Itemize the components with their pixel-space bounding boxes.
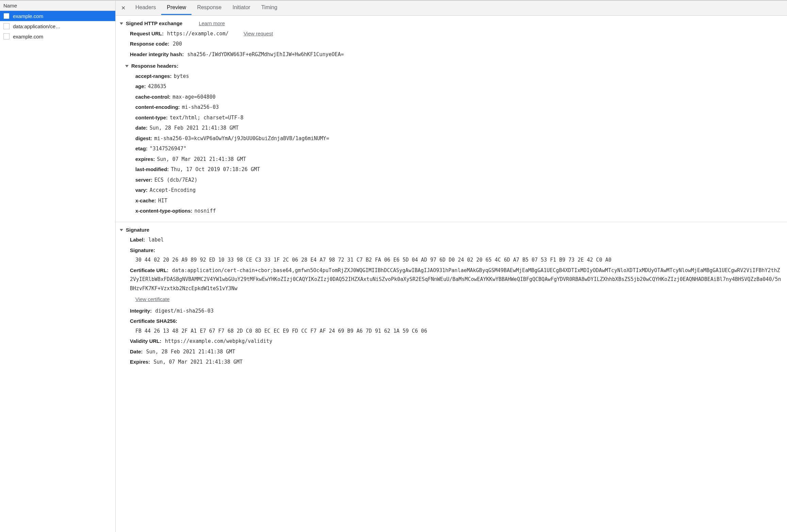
view-certificate-link[interactable]: View certificate (135, 296, 170, 302)
section-title: Signature (126, 226, 149, 234)
signature-date-row: Date: Sun, 28 Feb 2021 21:41:38 GMT (130, 347, 783, 357)
header-name: accept-ranges: (135, 73, 172, 79)
value: digest/mi-sha256-03 (155, 308, 214, 314)
header-value: HIT (158, 198, 167, 204)
file-icon (3, 23, 10, 29)
tab-timing[interactable]: Timing (256, 1, 283, 15)
header-value: max-age=604800 (172, 94, 215, 100)
tab-initiator[interactable]: Initiator (227, 1, 255, 15)
response-header-row: digest:mi-sha256-03=kcwVP6aOwYmA/j9JbUU0… (135, 133, 783, 144)
header-name: vary: (135, 187, 148, 193)
label: Certificate SHA256: (130, 318, 177, 324)
sidebar-items: example.comdata:application/ce…example.c… (0, 11, 115, 532)
request-list-item-label: example.com (13, 34, 43, 39)
value: sha256-/IWdYDKW663F+eRGZMdhwjEhIJW+Hw6hK… (187, 51, 344, 57)
signature-expires-row: Expires: Sun, 07 Mar 2021 21:41:38 GMT (130, 357, 783, 367)
signature-label-row: Label: label (130, 235, 783, 245)
response-header-row: x-cache:HIT (135, 196, 783, 206)
header-value: Thu, 17 Oct 2019 07:18:26 GMT (171, 166, 260, 172)
response-header-row: content-type:text/html; charset=UTF-8 (135, 113, 783, 123)
request-list-item[interactable]: data:application/ce… (0, 21, 115, 31)
header-value: nosniff (194, 208, 216, 214)
header-name: etag: (135, 146, 148, 151)
cert-sha-bytes: FB 44 26 13 48 2F A1 E7 67 F7 68 2D C0 8… (135, 326, 783, 336)
label: Request URL: (130, 31, 164, 36)
header-value: Accept-Encoding (150, 187, 196, 193)
label: Response code: (130, 41, 169, 47)
label: Expires: (130, 359, 150, 365)
value: https://example.com/ (167, 31, 229, 37)
file-icon (3, 33, 10, 39)
cert-sha-row: Certificate SHA256: (130, 316, 783, 326)
label: Header integrity hash: (130, 51, 184, 57)
header-value: Sun, 28 Feb 2021 21:41:38 GMT (150, 125, 239, 131)
sidebar-header: Name (0, 1, 115, 11)
disclosure-triangle-icon[interactable] (125, 65, 129, 67)
response-header-row: server:ECS (dcb/7EA2) (135, 175, 783, 185)
value: Sun, 07 Mar 2021 21:41:38 GMT (153, 359, 242, 365)
learn-more-link[interactable]: Learn more (199, 19, 225, 28)
cert-url-row: Certificate URL: data:application/cert-c… (130, 265, 783, 294)
header-value: ECS (dcb/7EA2) (154, 177, 197, 183)
tab-headers[interactable]: Headers (130, 1, 161, 15)
tab-response[interactable]: Response (191, 1, 227, 15)
label: Date: (130, 349, 143, 354)
request-list-item-label: data:application/ce… (13, 23, 61, 29)
request-list-sidebar: Name example.comdata:application/ce…exam… (0, 1, 116, 532)
header-name: expires: (135, 156, 155, 162)
detail-panel: ✕ HeadersPreviewResponseInitiatorTiming … (116, 1, 787, 532)
signed-exchange-section: Signed HTTP exchange Learn more Request … (116, 18, 787, 220)
response-header-row: expires:Sun, 07 Mar 2021 21:41:38 GMT (135, 154, 783, 165)
header-value: Sun, 07 Mar 2021 21:41:38 GMT (157, 156, 246, 162)
response-header-row: x-content-type-options:nosniff (135, 206, 783, 216)
response-header-row: content-encoding:mi-sha256-03 (135, 102, 783, 113)
header-value: mi-sha256-03=kcwVP6aOwYmA/j9JbUU0GbuiZdn… (154, 135, 329, 142)
response-header-row: cache-control:max-age=604800 (135, 92, 783, 102)
response-headers-list: accept-ranges:bytesage:428635cache-contr… (135, 71, 783, 216)
validity-url-row: Validity URL: https://example.com/webpkg… (130, 336, 783, 347)
request-list-item-label: example.com (13, 13, 43, 19)
response-header-row: last-modified:Thu, 17 Oct 2019 07:18:26 … (135, 164, 783, 175)
header-name: age: (135, 83, 146, 89)
label: Validity URL: (130, 338, 162, 344)
header-name: server: (135, 177, 152, 183)
request-list-item[interactable]: example.com (0, 11, 115, 21)
file-icon (3, 13, 10, 19)
signature-row: Signature: (130, 245, 783, 255)
response-header-row: etag:"3147526947" (135, 144, 783, 154)
tab-bar: ✕ HeadersPreviewResponseInitiatorTiming (116, 1, 787, 16)
value: https://example.com/webpkg/validity (165, 338, 272, 344)
signature-bytes: 30 44 02 20 26 A9 89 92 ED 10 33 98 CE C… (135, 255, 783, 265)
value: Sun, 28 Feb 2021 21:41:38 GMT (146, 349, 235, 355)
header-name: content-type: (135, 115, 168, 120)
value: data:application/cert-chain+cbor;base64,… (130, 267, 781, 292)
label: Label: (130, 237, 145, 243)
response-header-row: accept-ranges:bytes (135, 71, 783, 82)
header-name: last-modified: (135, 166, 169, 172)
header-name: x-cache: (135, 198, 156, 203)
response-header-row: age:428635 (135, 81, 783, 92)
header-name: cache-control: (135, 94, 170, 100)
value: label (148, 237, 164, 243)
response-headers-title: Response headers: (131, 62, 178, 70)
close-icon[interactable]: ✕ (118, 3, 128, 13)
header-value: "3147526947" (150, 146, 186, 152)
header-value: bytes (174, 73, 189, 79)
tab-preview[interactable]: Preview (161, 1, 191, 15)
disclosure-triangle-icon[interactable] (120, 229, 123, 231)
view-request-link[interactable]: View request (244, 31, 273, 36)
signature-section: Signature Label: label Signature: 30 44 … (116, 222, 787, 371)
header-value: 428635 (148, 83, 166, 89)
header-value: text/html; charset=UTF-8 (170, 115, 244, 121)
request-url-row: Request URL: https://example.com/ View r… (130, 29, 783, 39)
header-name: x-content-type-options: (135, 208, 192, 214)
request-list-item[interactable]: example.com (0, 31, 115, 41)
integrity-row: Integrity: digest/mi-sha256-03 (130, 306, 783, 316)
header-value: mi-sha256-03 (182, 104, 219, 110)
disclosure-triangle-icon[interactable] (120, 22, 123, 25)
value: 200 (173, 41, 182, 47)
label: Certificate URL: (130, 267, 168, 273)
preview-content: Signed HTTP exchange Learn more Request … (116, 16, 787, 381)
header-name: content-encoding: (135, 104, 180, 110)
response-header-row: vary:Accept-Encoding (135, 185, 783, 196)
